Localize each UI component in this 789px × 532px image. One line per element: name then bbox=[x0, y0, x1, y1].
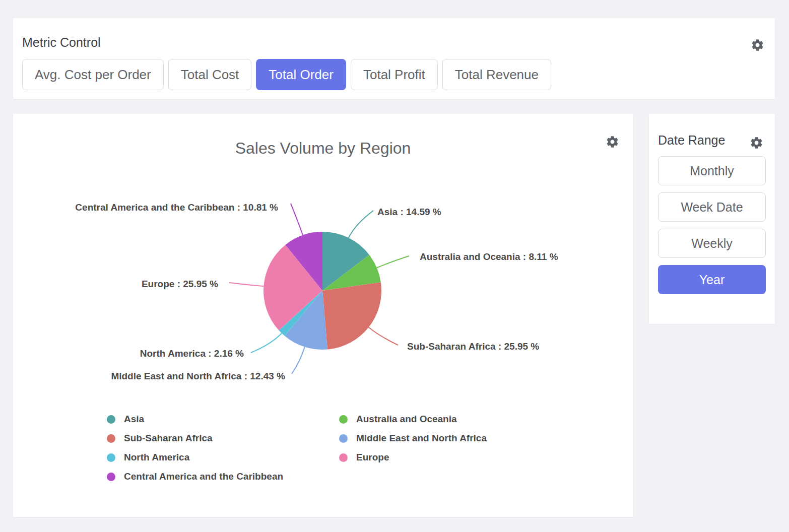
date-range-button-monthly[interactable]: Monthly bbox=[658, 156, 766, 185]
metric-control-title: Metric Control bbox=[22, 35, 101, 50]
metric-button-group: Avg. Cost per OrderTotal CostTotal Order… bbox=[22, 59, 551, 90]
legend-item-central-america-and-the-caribbean[interactable]: Central America and the Caribbean bbox=[107, 471, 283, 483]
date-range-button-year[interactable]: Year bbox=[658, 265, 766, 294]
legend-dot-middle-east-and-north-africa bbox=[339, 434, 348, 443]
leader-line-australia-and-oceania bbox=[377, 256, 409, 268]
metric-button-avg-cost-per-order[interactable]: Avg. Cost per Order bbox=[22, 59, 164, 90]
date-range-button-weekly[interactable]: Weekly bbox=[658, 229, 766, 258]
leader-line-central-america-and-the-caribbean bbox=[291, 204, 303, 235]
legend-label-central-america-and-the-caribbean: Central America and the Caribbean bbox=[124, 471, 283, 482]
legend-label-sub-saharan-africa: Sub-Saharan Africa bbox=[124, 433, 213, 444]
dashboard-page: Metric Control Avg. Cost per OrderTotal … bbox=[0, 0, 789, 532]
date-button-group: MonthlyWeek DateWeeklyYear bbox=[658, 156, 766, 294]
leader-line-sub-saharan-africa bbox=[369, 327, 398, 345]
pie-label-north-america: North America : 2.16 % bbox=[140, 348, 244, 359]
legend-dot-europe bbox=[339, 453, 348, 462]
legend-label-north-america: North America bbox=[124, 452, 189, 463]
date-range-title: Date Range bbox=[658, 133, 725, 148]
pie-label-central-america-and-the-caribbean: Central America and the Caribbean : 10.8… bbox=[75, 202, 278, 213]
pie-label-australia-and-oceania: Australia and Oceania : 8.11 % bbox=[420, 251, 558, 262]
date-range-panel: Date Range MonthlyWeek DateWeeklyYear bbox=[649, 114, 775, 324]
legend-label-europe: Europe bbox=[356, 452, 389, 463]
legend-label-asia: Asia bbox=[124, 414, 144, 425]
legend-dot-australia-and-oceania bbox=[339, 415, 348, 424]
metric-button-total-revenue[interactable]: Total Revenue bbox=[442, 59, 551, 90]
pie-label-europe: Europe : 25.95 % bbox=[142, 279, 218, 290]
pie-label-middle-east-and-north-africa: Middle East and North Africa : 12.43 % bbox=[111, 371, 285, 382]
pie-label-sub-saharan-africa: Sub-Saharan Africa : 25.95 % bbox=[407, 341, 539, 352]
pie-chart bbox=[13, 114, 633, 517]
leader-line-europe bbox=[229, 283, 264, 286]
legend-item-asia[interactable]: Asia bbox=[107, 413, 283, 425]
legend-item-north-america[interactable]: North America bbox=[107, 451, 283, 463]
pie-slice-sub-saharan-africa[interactable] bbox=[322, 282, 381, 349]
legend-item-middle-east-and-north-africa[interactable]: Middle East and North Africa bbox=[339, 432, 487, 444]
pie-label-asia: Asia : 14.59 % bbox=[377, 207, 441, 218]
sales-volume-chart-panel: Sales Volume by Region Asia : 14.59 %Aus… bbox=[13, 114, 633, 517]
leader-line-middle-east-and-north-africa bbox=[292, 347, 305, 374]
metric-button-total-cost[interactable]: Total Cost bbox=[168, 59, 252, 90]
leader-line-asia bbox=[349, 211, 373, 238]
metric-button-total-order[interactable]: Total Order bbox=[256, 59, 346, 90]
legend-item-sub-saharan-africa[interactable]: Sub-Saharan Africa bbox=[107, 432, 283, 444]
legend-dot-central-america-and-the-caribbean bbox=[107, 473, 115, 481]
legend-dot-sub-saharan-africa bbox=[107, 434, 115, 443]
metric-settings-gear-icon[interactable] bbox=[751, 38, 764, 52]
legend-column-2: Australia and OceaniaMiddle East and Nor… bbox=[339, 413, 487, 463]
legend-item-australia-and-oceania[interactable]: Australia and Oceania bbox=[339, 413, 487, 425]
legend-label-australia-and-oceania: Australia and Oceania bbox=[356, 414, 457, 425]
legend-column-1: AsiaSub-Saharan AfricaNorth AmericaCentr… bbox=[107, 413, 283, 483]
legend-label-middle-east-and-north-africa: Middle East and North Africa bbox=[356, 433, 487, 444]
legend-dot-north-america bbox=[107, 453, 115, 462]
date-settings-gear-icon[interactable] bbox=[750, 136, 763, 150]
legend-item-europe[interactable]: Europe bbox=[339, 451, 487, 463]
leader-line-north-america bbox=[251, 333, 282, 353]
metric-button-total-profit[interactable]: Total Profit bbox=[351, 59, 438, 90]
metric-control-panel: Metric Control Avg. Cost per OrderTotal … bbox=[13, 18, 775, 99]
legend-dot-asia bbox=[107, 415, 115, 424]
date-range-button-week-date[interactable]: Week Date bbox=[658, 192, 766, 222]
